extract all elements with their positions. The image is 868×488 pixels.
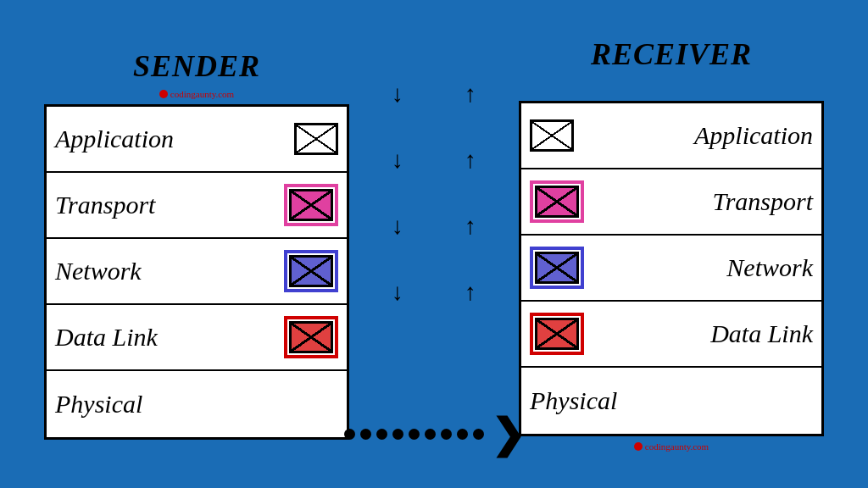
sender-network-envelope-wrapper — [284, 250, 338, 292]
sender-datalink-label: Data Link — [55, 323, 284, 352]
arrows-down-col: ↓ ↓ ↓ ↓ — [392, 61, 403, 325]
physical-dots-arrow: ❯ — [349, 402, 519, 468]
watermark-dot-icon — [159, 90, 168, 98]
receiver-application-envelope — [530, 119, 574, 152]
dot-2 — [360, 429, 371, 440]
receiver-datalink-envelope-wrapper — [530, 313, 584, 355]
arrow-down-1: ↓ — [392, 61, 403, 127]
arrow-up-1: ↑ — [465, 61, 476, 127]
sender-block: SENDER codingaunty.com Application Trans… — [44, 48, 349, 440]
receiver-network-row: Network — [521, 236, 821, 302]
receiver-block: RECEIVER Application Transport — [519, 36, 824, 452]
arrow-up-3: ↑ — [465, 193, 476, 259]
sender-transport-envelope-wrapper — [284, 184, 338, 226]
receiver-network-label: Network — [584, 253, 813, 282]
sender-application-envelope-wrapper — [294, 123, 338, 155]
sender-application-row: Application — [47, 107, 347, 173]
receiver-physical-label: Physical — [530, 386, 813, 415]
receiver-application-envelope-wrapper — [530, 119, 574, 152]
sender-datalink-row: Data Link — [47, 305, 347, 371]
receiver-transport-envelope — [535, 186, 579, 218]
receiver-network-envelope — [535, 252, 579, 284]
sender-datalink-envelope-wrapper — [284, 316, 338, 358]
arrow-up-2: ↑ — [465, 127, 476, 193]
sender-transport-border — [284, 184, 338, 226]
dot-1 — [344, 429, 355, 440]
receiver-transport-border — [530, 180, 584, 223]
sender-transport-label: Transport — [55, 191, 284, 219]
sender-network-label: Network — [55, 257, 284, 286]
sender-datalink-border — [284, 316, 338, 358]
dot-6 — [425, 429, 436, 440]
dot-4 — [392, 429, 403, 440]
sender-transport-row: Transport — [47, 173, 347, 239]
receiver-datalink-border — [530, 313, 584, 355]
sender-network-border — [284, 250, 338, 292]
dot-8 — [457, 429, 468, 440]
big-right-arrow-icon: ❯ — [491, 419, 525, 451]
receiver-network-border — [530, 247, 584, 289]
sender-network-row: Network — [47, 239, 347, 305]
dot-9 — [473, 429, 484, 440]
receiver-datalink-envelope — [535, 318, 579, 350]
sender-network-envelope — [289, 255, 333, 287]
sender-transport-envelope — [289, 189, 333, 221]
receiver-watermark-dot-icon — [634, 442, 643, 451]
arrow-down-2: ↓ — [392, 127, 403, 193]
sender-application-envelope — [294, 123, 338, 155]
sender-watermark: codingaunty.com — [159, 89, 234, 99]
arrow-up-4: ↑ — [465, 259, 476, 325]
receiver-physical-row: Physical — [521, 368, 821, 434]
dot-5 — [409, 429, 420, 440]
arrow-down-4: ↓ — [392, 259, 403, 325]
receiver-datalink-label: Data Link — [584, 319, 813, 348]
receiver-transport-label: Transport — [584, 187, 813, 216]
receiver-transport-envelope-wrapper — [530, 180, 584, 223]
main-container: SENDER codingaunty.com Application Trans… — [27, 15, 841, 473]
sender-title: SENDER — [133, 48, 260, 84]
receiver-datalink-row: Data Link — [521, 302, 821, 368]
receiver-application-row: Application — [521, 103, 821, 169]
receiver-layers-box: Application Transport Network — [519, 101, 824, 436]
receiver-transport-row: Transport — [521, 169, 821, 236]
arrows-up-col: ↑ ↑ ↑ ↑ — [465, 61, 476, 325]
receiver-network-envelope-wrapper — [530, 247, 584, 289]
sender-application-label: Application — [55, 125, 294, 153]
sender-datalink-envelope — [289, 321, 333, 353]
receiver-title: RECEIVER — [591, 36, 752, 72]
sender-physical-label: Physical — [55, 390, 338, 419]
dots-container: ❯ — [344, 419, 525, 451]
receiver-watermark: codingaunty.com — [634, 441, 709, 452]
sender-physical-row: Physical — [47, 371, 347, 437]
sender-layers-box: Application Transport Network — [44, 104, 349, 440]
dot-7 — [441, 429, 452, 440]
arrow-down-3: ↓ — [392, 193, 403, 259]
receiver-application-label: Application — [574, 121, 813, 150]
middle-section: ↓ ↓ ↓ ↓ ↑ ↑ ↑ ↑ ❯ — [375, 61, 493, 468]
dot-3 — [376, 429, 387, 440]
